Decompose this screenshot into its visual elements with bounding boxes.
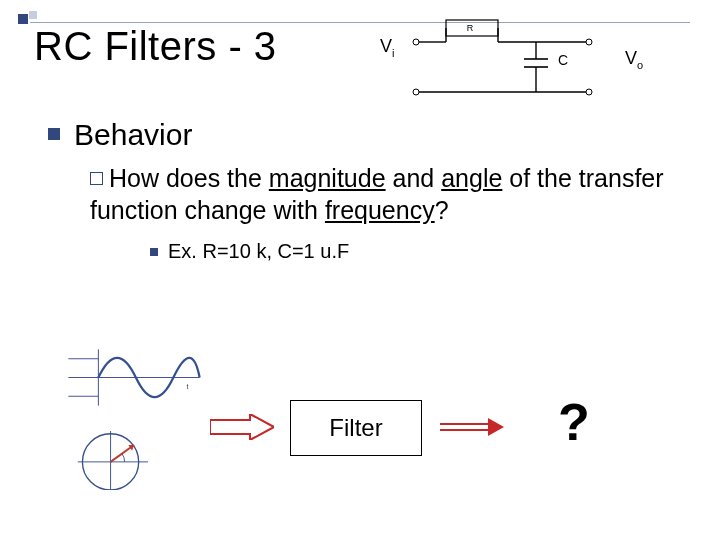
- bullet-square-icon: [48, 128, 60, 140]
- svg-marker-24: [210, 414, 274, 440]
- vo-label: Vo: [625, 48, 643, 71]
- tiny-bullet-icon: [150, 248, 158, 256]
- svg-marker-27: [488, 418, 504, 436]
- arrow-right-icon: [440, 416, 504, 438]
- c-label: C: [558, 52, 568, 68]
- svg-point-1: [413, 89, 419, 95]
- arrow-right-icon: [210, 414, 274, 440]
- r-label: R: [467, 23, 474, 33]
- phasor-sine-diagram: t: [54, 340, 214, 490]
- example-text: Ex. R=10 k, C=1 u.F: [168, 240, 349, 263]
- question-text: How does the magnitude and angle of the …: [90, 162, 670, 226]
- svg-text:t: t: [187, 383, 189, 390]
- behavior-heading: Behavior: [74, 118, 192, 152]
- hollow-bullet-icon: [90, 172, 103, 185]
- svg-point-13: [586, 89, 592, 95]
- filter-label: Filter: [329, 414, 382, 442]
- svg-point-0: [413, 39, 419, 45]
- output-placeholder: ?: [558, 392, 590, 452]
- example-row: Ex. R=10 k, C=1 u.F: [150, 240, 349, 263]
- rc-circuit-diagram: R C: [386, 14, 616, 104]
- behavior-heading-row: Behavior: [48, 118, 192, 152]
- page-title: RC Filters - 3: [34, 24, 277, 69]
- filter-box: Filter: [290, 400, 422, 456]
- svg-point-12: [586, 39, 592, 45]
